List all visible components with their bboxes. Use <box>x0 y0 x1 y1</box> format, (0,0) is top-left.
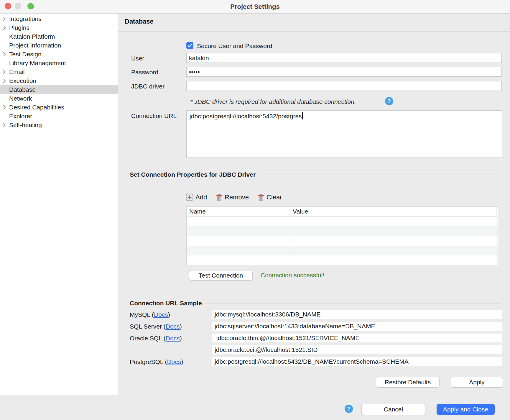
oracle-oci-sample-value[interactable]: jdbc:oracle:oci:@//localhost:1521:SID <box>212 345 502 354</box>
oracle-sample-label: Oracle SQL (Docs) <box>130 335 182 342</box>
mysql-sample-value[interactable]: jdbc:mysql://localhost:3306/DB_NAME <box>212 310 502 319</box>
password-input[interactable] <box>186 67 502 77</box>
sidebar-item-explorer[interactable]: Explorer <box>0 112 118 121</box>
column-header-name: Name <box>187 208 290 215</box>
properties-table[interactable]: Name Value <box>186 206 498 265</box>
properties-section-header: Set Connection Properties for JDBC Drive… <box>130 171 501 178</box>
clear-properties-button[interactable]: Clear <box>258 193 282 201</box>
sidebar-item-database[interactable]: Database <box>0 85 118 94</box>
test-connection-button[interactable]: Test Connection <box>189 270 253 280</box>
sidebar-item-execution[interactable]: Execution <box>0 76 118 85</box>
trash-icon <box>258 193 264 201</box>
jdbc-driver-input[interactable] <box>186 81 502 91</box>
chevron-right-icon[interactable] <box>0 122 9 128</box>
column-divider <box>290 207 290 265</box>
oracle-thin-sample-value[interactable]: jdbc:oracle:thin:@//localhost:1521/SERVI… <box>212 334 502 342</box>
column-header-value: Value <box>290 208 308 215</box>
sidebar-item-project-information[interactable]: Project Information <box>0 41 118 50</box>
cancel-button[interactable]: Cancel <box>361 404 425 415</box>
sidebar-item-library-management[interactable]: Library Management <box>0 59 118 68</box>
table-row[interactable] <box>187 226 498 236</box>
properties-toolbar: Add Remove Clear <box>186 192 282 203</box>
table-header: Name Value <box>187 207 498 216</box>
text-cursor <box>302 112 303 119</box>
mysql-sample-label: MySQL (Docs) <box>130 311 170 318</box>
sqlserver-docs-link[interactable]: Docs <box>166 323 180 330</box>
page-title: Database <box>125 18 154 25</box>
samples-section-title: Connection URL Sample <box>130 300 202 307</box>
chevron-right-icon[interactable] <box>0 25 9 30</box>
sqlserver-sample-label: SQL Server (Docs) <box>130 323 182 330</box>
sidebar-item-network[interactable]: Network <box>0 94 118 103</box>
window-title: Project Settings <box>0 0 510 13</box>
secure-user-password-checkbox[interactable] <box>186 42 193 49</box>
restore-defaults-button[interactable]: Restore Defaults <box>376 377 440 388</box>
sqlserver-sample-value[interactable]: jdbc:sqlserver://localhost:1433;database… <box>212 322 502 331</box>
properties-section-title: Set Connection Properties for JDBC Drive… <box>130 171 256 178</box>
scrollbar-thumb[interactable] <box>496 209 496 216</box>
password-label: Password <box>131 69 158 76</box>
checkmark-icon <box>187 42 193 49</box>
user-label: User <box>131 55 144 62</box>
table-row[interactable] <box>187 246 498 255</box>
chevron-right-icon[interactable] <box>0 78 9 83</box>
apply-button[interactable]: Apply <box>451 377 503 388</box>
help-icon[interactable]: ? <box>345 405 353 413</box>
connection-url-label: Connection URL <box>131 112 177 119</box>
plus-icon <box>186 193 193 201</box>
samples-section-header: Connection URL Sample <box>130 300 501 307</box>
postgresql-sample-value[interactable]: jdbc:postgresql://localhost:5432/DB_NAME… <box>212 357 502 366</box>
scrollbar-track <box>496 217 496 264</box>
connection-url-input[interactable]: jdbc:postgresql://localhost:5432/postgre… <box>186 110 502 158</box>
sidebar-item-email[interactable]: Email <box>0 68 118 76</box>
add-property-button[interactable]: Add <box>186 193 207 201</box>
secure-user-password-label: Secure User and Password <box>197 42 272 50</box>
divider <box>118 31 510 32</box>
title-bar: Project Settings <box>0 0 510 14</box>
chevron-right-icon[interactable] <box>0 69 9 75</box>
table-row[interactable] <box>187 236 498 246</box>
remove-property-button[interactable]: Remove <box>216 193 249 201</box>
table-row[interactable] <box>187 255 498 265</box>
sidebar-item-desired-capabilities[interactable]: Desired Capabilities <box>0 103 118 112</box>
divider <box>207 303 501 303</box>
chevron-right-icon[interactable] <box>0 105 9 110</box>
sidebar-item-katalon-platform[interactable]: Katalon Platform <box>0 32 118 41</box>
sidebar-item-self-healing[interactable]: Self-healing <box>0 121 118 129</box>
divider <box>0 395 510 395</box>
chevron-right-icon[interactable] <box>0 52 9 57</box>
postgresql-sample-label: PostgreSQL (Docs) <box>130 358 183 365</box>
jdbc-driver-note: * JDBC driver is required for additional… <box>190 98 356 105</box>
apply-and-close-button[interactable]: Apply and Close <box>437 404 495 415</box>
trash-icon <box>216 193 223 201</box>
chevron-right-icon[interactable] <box>0 16 9 22</box>
sidebar-item-integrations[interactable]: Integrations <box>0 14 118 23</box>
user-input[interactable] <box>186 53 502 63</box>
connection-status-text: Connection successful! <box>261 272 324 279</box>
sidebar-item-plugins[interactable]: Plugins <box>0 23 118 32</box>
settings-sidebar: Integrations Plugins Katalon Platform Pr… <box>0 14 118 395</box>
sidebar-item-test-design[interactable]: Test Design <box>0 50 118 59</box>
postgresql-docs-link[interactable]: Docs <box>167 358 181 365</box>
table-row[interactable] <box>187 216 498 226</box>
mysql-docs-link[interactable]: Docs <box>154 311 168 318</box>
oracle-docs-link[interactable]: Docs <box>166 335 180 342</box>
help-icon[interactable]: ? <box>385 97 393 105</box>
jdbc-driver-label: JDBC driver <box>131 83 164 90</box>
divider <box>261 175 501 175</box>
connection-url-value: jdbc:postgresql://localhost:5432/postgre… <box>190 113 302 119</box>
